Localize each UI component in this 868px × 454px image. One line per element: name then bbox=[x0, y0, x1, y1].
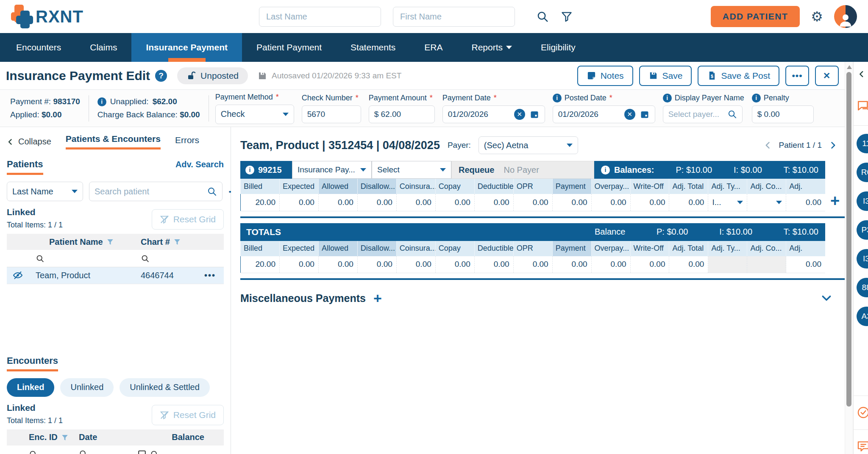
avatar[interactable] bbox=[834, 5, 857, 28]
opr-cell[interactable]: 0.00 bbox=[513, 194, 552, 211]
rail-badge-6[interactable]: 88 bbox=[857, 278, 868, 297]
vertical-scrollbar[interactable] bbox=[845, 62, 853, 454]
nav-insurance-payment[interactable]: Insurance Payment bbox=[131, 33, 242, 62]
close-button[interactable]: ✕ bbox=[815, 66, 839, 86]
payment-cell[interactable]: 0.00 bbox=[552, 194, 591, 211]
encounters-filter-unlinked-settled[interactable]: Unlinked & Settled bbox=[120, 378, 210, 397]
action-select[interactable]: Select bbox=[372, 161, 451, 179]
display-payer-input[interactable]: Select payer... bbox=[663, 105, 743, 123]
adv-search-link[interactable]: Adv. Search bbox=[175, 160, 224, 169]
last-name-input[interactable] bbox=[259, 7, 381, 27]
add-adjustment-icon[interactable]: + bbox=[830, 193, 840, 209]
save-and-post-button[interactable]: $ Save & Post bbox=[698, 66, 779, 86]
copay-cell[interactable]: 0.00 bbox=[435, 194, 474, 211]
rail-badge-1[interactable]: 11 bbox=[857, 134, 868, 153]
check-circle-icon[interactable] bbox=[857, 406, 868, 419]
balance-filter[interactable] bbox=[150, 446, 204, 454]
payment-type-select[interactable]: Insurance Pay... bbox=[292, 161, 372, 179]
nav-era[interactable]: ERA bbox=[410, 33, 457, 62]
payment-method-select[interactable]: Check bbox=[215, 105, 294, 124]
add-misc-payment-icon[interactable]: + bbox=[373, 291, 382, 305]
nav-encounters[interactable]: Encounters bbox=[2, 33, 75, 62]
writeoff-cell[interactable]: 0.00 bbox=[630, 194, 669, 211]
check-number-input[interactable] bbox=[307, 110, 356, 119]
scrollbar-up-arrow[interactable] bbox=[847, 65, 852, 69]
patients-col-chart[interactable]: Chart # bbox=[141, 237, 204, 247]
info-icon[interactable]: i bbox=[245, 166, 254, 174]
rail-badge-4[interactable]: P3 bbox=[857, 220, 868, 240]
billed-cell[interactable]: 20.00 bbox=[241, 194, 280, 211]
chevron-down-icon[interactable] bbox=[821, 293, 832, 304]
rail-badge-3[interactable]: I3 bbox=[857, 191, 868, 211]
patients-col-name[interactable]: Patient Name bbox=[29, 237, 141, 247]
tab-patients-encounters[interactable]: Patients & Encounters bbox=[66, 134, 161, 149]
penalty-input[interactable] bbox=[757, 110, 808, 119]
encounters-col-date[interactable]: Date bbox=[79, 429, 150, 446]
eye-off-icon[interactable] bbox=[13, 270, 23, 280]
info-icon[interactable]: i bbox=[553, 94, 562, 102]
overpayment-cell[interactable]: 0.00 bbox=[591, 194, 630, 211]
patients-reset-grid-button[interactable]: Reset Grid bbox=[152, 209, 224, 230]
notes-button[interactable]: Notes bbox=[577, 66, 633, 86]
info-icon[interactable]: i bbox=[752, 94, 761, 102]
help-icon[interactable]: ? bbox=[155, 70, 167, 82]
nav-eligibility[interactable]: Eligibility bbox=[526, 33, 590, 62]
payment-date-input[interactable]: 01/20/2026 ✕ bbox=[442, 105, 545, 123]
row-menu-icon[interactable]: ••• bbox=[204, 271, 216, 280]
add-patient-button[interactable]: ADD PATIENT bbox=[711, 6, 800, 27]
encounters-filter-linked[interactable]: Linked bbox=[7, 378, 54, 397]
more-actions-button[interactable]: ••• bbox=[785, 66, 809, 86]
rail-badge-7[interactable]: A3 bbox=[857, 307, 868, 326]
nav-statements[interactable]: Statements bbox=[336, 33, 410, 62]
rxnt-logo[interactable]: RXNT bbox=[11, 5, 113, 28]
filter-icon[interactable] bbox=[561, 11, 573, 22]
column-filter-icon[interactable] bbox=[106, 238, 114, 246]
patients-chart-filter[interactable] bbox=[141, 250, 204, 267]
coinsurance-cell[interactable]: 0.00 bbox=[396, 194, 435, 211]
column-filter-icon[interactable] bbox=[173, 238, 181, 246]
calendar-icon[interactable] bbox=[137, 449, 147, 454]
encounters-col-balance[interactable]: Balance bbox=[150, 429, 204, 446]
nav-claims[interactable]: Claims bbox=[75, 33, 131, 62]
search-icon[interactable] bbox=[207, 186, 217, 197]
info-icon[interactable]: i bbox=[601, 166, 610, 174]
search-icon[interactable] bbox=[536, 10, 549, 23]
nav-patient-payment[interactable]: Patient Payment bbox=[242, 33, 336, 62]
allowed-cell[interactable]: 0.00 bbox=[318, 194, 357, 211]
calendar-icon[interactable] bbox=[529, 109, 540, 119]
patient-row[interactable]: Team, Product 4646744 ••• bbox=[7, 267, 224, 284]
first-name-input[interactable] bbox=[393, 7, 515, 27]
scrollbar-thumb[interactable] bbox=[846, 72, 851, 407]
clear-date-icon[interactable]: ✕ bbox=[624, 109, 635, 120]
gear-icon[interactable]: ⚙ bbox=[811, 10, 823, 23]
rail-collapse-button[interactable] bbox=[858, 69, 865, 79]
payer-select[interactable]: (Sec) Aetna bbox=[479, 136, 578, 154]
adj-cell[interactable]: 0.00 bbox=[786, 194, 825, 211]
patient-search-by-select[interactable]: Last Name bbox=[7, 182, 83, 201]
nav-reports[interactable]: Reports bbox=[457, 33, 527, 62]
patients-name-filter[interactable] bbox=[29, 250, 141, 267]
clear-date-icon[interactable]: ✕ bbox=[514, 109, 525, 120]
adj-code-select[interactable] bbox=[751, 201, 782, 204]
encounters-col-enc-id[interactable]: Enc. ID bbox=[29, 432, 79, 442]
date-filter[interactable] bbox=[79, 446, 150, 454]
encounters-filter-unlinked[interactable]: Unlinked bbox=[60, 378, 114, 397]
disallowed-cell[interactable]: 0.00 bbox=[357, 194, 396, 211]
expected-cell[interactable]: 0.00 bbox=[279, 194, 318, 211]
posted-date-input[interactable]: 01/20/2026 ✕ bbox=[553, 105, 655, 123]
rail-badge-2[interactable]: R0 bbox=[857, 163, 868, 182]
info-icon[interactable]: i bbox=[97, 97, 106, 106]
chevron-right-icon[interactable] bbox=[829, 141, 837, 149]
tab-errors[interactable]: Errors bbox=[175, 135, 199, 149]
column-filter-icon[interactable] bbox=[61, 434, 69, 441]
search-icon[interactable] bbox=[727, 109, 737, 119]
deductible-cell[interactable]: 0.00 bbox=[474, 194, 513, 211]
calendar-icon[interactable] bbox=[640, 109, 650, 119]
chat-icon[interactable] bbox=[857, 99, 868, 114]
enc-id-filter[interactable] bbox=[29, 446, 79, 454]
collapse-button[interactable]: Collapse bbox=[7, 137, 51, 147]
requeue-button[interactable]: Requeue bbox=[459, 165, 494, 175]
encounters-reset-grid-button[interactable]: Reset Grid bbox=[152, 405, 224, 425]
payment-amount-input[interactable] bbox=[374, 110, 429, 119]
message-lines-icon[interactable] bbox=[857, 440, 868, 453]
